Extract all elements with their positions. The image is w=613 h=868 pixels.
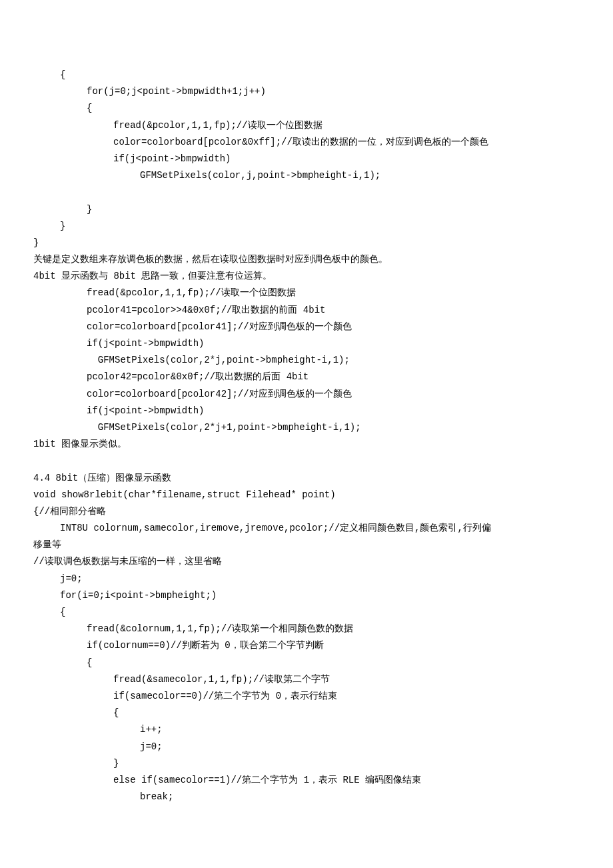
- code-line: void show8rlebit(char*filename,struct Fi…: [33, 487, 580, 503]
- code-line: fread(&pcolor,1,1,fp);//读取一个位图数据: [33, 285, 580, 301]
- code-line: GFMSetPixels(color,2*j+1,point->bmpheigh…: [33, 419, 580, 436]
- code-line: fread(&colornum,1,1,fp);//读取第一个相同颜色数的数据: [33, 621, 580, 637]
- code-line: {: [33, 604, 580, 621]
- code-line: {: [33, 100, 580, 117]
- code-line: if(samecolor==0)//第二个字节为 0，表示行结束: [33, 688, 580, 705]
- code-line: {//相同部分省略: [33, 503, 580, 520]
- code-line: }: [33, 235, 580, 251]
- code-line: break;: [33, 789, 580, 805]
- code-line: 关键是定义数组来存放调色板的数据，然后在读取位图数据时对应到调色板中的颜色。: [33, 251, 580, 268]
- code-line: for(j=0;j<point->bmpwidth+1;j++): [33, 83, 580, 100]
- blank-line: [33, 184, 580, 201]
- code-line: fread(&pcolor,1,1,fp);//读取一个位图数据: [33, 117, 580, 134]
- code-line: j=0;: [33, 571, 580, 587]
- code-line: color=colorboard[pcolor&0xff];//取读出的数据的一…: [33, 134, 580, 151]
- code-line: i++;: [33, 721, 580, 738]
- code-line: else if(samecolor==1)//第二个字节为 1，表示 RLE 编…: [33, 772, 580, 789]
- code-line: if(colornum==0)//判断若为 0，联合第二个字节判断: [33, 637, 580, 654]
- code-line: //读取调色板数据与未压缩的一样，这里省略: [33, 553, 580, 570]
- code-line: pcolor41=pcolor>>4&0x0f;//取出数据的前面 4bit: [33, 302, 580, 319]
- code-line: }: [33, 218, 580, 235]
- blank-line: [33, 453, 580, 469]
- code-line: color=colorboard[pcolor41];//对应到调色板的一个颜色: [33, 319, 580, 335]
- code-line: 4bit 显示函数与 8bit 思路一致，但要注意有位运算。: [33, 268, 580, 285]
- code-line: 移量等: [33, 537, 580, 553]
- code-line: {: [33, 705, 580, 721]
- code-line: {: [33, 67, 580, 83]
- code-line: for(i=0;i<point->bmpheight;): [33, 587, 580, 604]
- code-line: INT8U colornum,samecolor,iremove,jremove…: [33, 520, 580, 537]
- code-line: }: [33, 755, 580, 772]
- code-line: 4.4 8bit（压缩）图像显示函数: [33, 470, 580, 487]
- code-line: fread(&samecolor,1,1,fp);//读取第二个字节: [33, 671, 580, 688]
- document-content: {for(j=0;j<point->bmpwidth+1;j++){fread(…: [33, 67, 580, 805]
- code-line: j=0;: [33, 739, 580, 755]
- code-line: if(j<point->bmpwidth): [33, 335, 580, 352]
- code-line: if(j<point->bmpwidth): [33, 151, 580, 167]
- code-line: {: [33, 655, 580, 671]
- code-line: if(j<point->bmpwidth): [33, 403, 580, 419]
- code-line: }: [33, 201, 580, 218]
- code-line: pcolor42=pcolor&0x0f;//取出数据的后面 4bit: [33, 369, 580, 385]
- code-line: color=colorboard[pcolor42];//对应到调色板的一个颜色: [33, 386, 580, 403]
- code-line: 1bit 图像显示类似。: [33, 436, 580, 453]
- code-line: GFMSetPixels(color,2*j,point->bmpheight-…: [33, 352, 580, 369]
- code-line: GFMSetPixels(color,j,point->bmpheight-i,…: [33, 167, 580, 184]
